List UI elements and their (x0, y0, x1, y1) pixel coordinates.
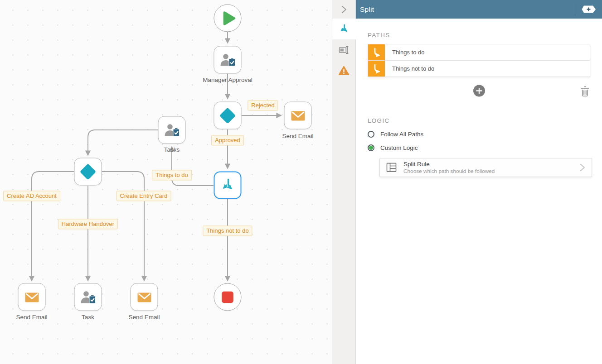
user-task-icon (218, 51, 237, 69)
delete-path-button[interactable] (580, 85, 590, 99)
workflow-canvas[interactable]: Manager Approval Send Email Ta (0, 0, 332, 364)
path-label: Things to do (392, 49, 425, 56)
rule-title: Split Rule (403, 161, 495, 168)
rule-text: Split Rule Choose which path should be f… (403, 161, 495, 174)
chevron-right-icon (579, 163, 586, 172)
path-branch-icon (368, 61, 385, 77)
plus-icon (473, 85, 485, 97)
edge-label-hardware-handover[interactable]: Hardware Handover (58, 219, 118, 229)
workflow-designer: Manager Approval Send Email Ta (0, 0, 602, 364)
node-split[interactable] (214, 172, 242, 199)
edge-label-things-not-to-do[interactable]: Things not to do (203, 225, 252, 236)
tag-plus-icon (581, 5, 597, 14)
path-label: Things not to do (392, 65, 434, 72)
rename-icon (338, 44, 350, 56)
path-actions (368, 85, 590, 97)
split-rule-table-icon (385, 161, 398, 174)
path-list: Things to do Things not to do (368, 44, 590, 77)
panel-title: Split (360, 5, 374, 14)
email-icon (135, 288, 153, 306)
paths-heading: PATHS (368, 32, 590, 38)
email-icon (23, 288, 41, 306)
radio-custom-logic[interactable]: Custom Logic (368, 144, 590, 151)
logic-heading: LOGIC (368, 117, 590, 124)
radio-circle-unselected (368, 131, 374, 138)
radio-label: Custom Logic (380, 144, 418, 151)
rule-subtitle: Choose which path should be followed (403, 168, 495, 174)
warning-icon (338, 65, 350, 77)
split-rule-card[interactable]: Split Rule Choose which path should be f… (379, 158, 592, 177)
node-start[interactable] (214, 5, 242, 32)
decision-diamond-icon (75, 158, 102, 185)
trash-icon (580, 85, 590, 97)
path-branch-icon (368, 44, 385, 60)
tab-split-settings[interactable] (332, 19, 356, 39)
radio-label: Follow All Paths (380, 131, 423, 138)
radio-circle-selected (368, 144, 374, 151)
edge-label-things-to-do[interactable]: Things to do (152, 170, 192, 180)
node-label-send-email-rejected: Send Email (282, 133, 313, 139)
panel-body: PATHS Things to do (356, 19, 602, 177)
email-icon (289, 106, 307, 125)
split-icon (338, 23, 350, 35)
panel-tab-strip (332, 0, 356, 364)
add-path-button[interactable] (473, 85, 485, 99)
edge-label-rejected[interactable]: Rejected (248, 100, 278, 110)
tab-rename[interactable] (332, 39, 355, 60)
node-send-email-ad-account[interactable] (18, 283, 46, 311)
workflow-connectors (0, 0, 332, 364)
header-divider (575, 4, 575, 15)
chevron-right-icon (339, 4, 349, 15)
node-label-send-email-ad: Send Email (16, 314, 47, 321)
node-send-email-rejected[interactable] (284, 102, 312, 129)
radio-follow-all-paths[interactable]: Follow All Paths (368, 131, 590, 138)
panel-header: Split (356, 0, 602, 19)
panel-header-actions (575, 0, 597, 19)
path-row-things-not-to-do[interactable]: Things not to do (368, 60, 590, 77)
tab-warnings[interactable] (332, 60, 355, 81)
node-label-send-email-entry: Send Email (128, 314, 160, 321)
path-row-things-to-do[interactable]: Things to do (368, 44, 590, 61)
node-send-email-entry-card[interactable] (131, 283, 158, 311)
edge-label-approved[interactable]: Approved (211, 135, 244, 145)
properties-panel: Split PATHS (356, 0, 602, 364)
collapse-panel-button[interactable] (332, 0, 355, 19)
node-decision-approval[interactable] (214, 102, 242, 129)
node-task-hardware[interactable] (74, 283, 102, 311)
split-icon (218, 176, 237, 194)
play-icon (214, 5, 241, 32)
user-task-icon (79, 288, 97, 306)
add-to-canvas-button[interactable] (581, 5, 597, 14)
node-label-task: Task (82, 314, 94, 321)
node-decision-things-to-do[interactable] (74, 158, 102, 186)
node-end[interactable] (214, 283, 242, 311)
user-task-icon (163, 121, 181, 139)
edge-label-create-ad-account[interactable]: Create AD Account (3, 191, 60, 201)
node-label-tasks: Tasks (164, 146, 180, 153)
node-manager-approval[interactable] (214, 46, 242, 74)
node-label-manager-approval: Manager Approval (203, 77, 252, 83)
decision-diamond-icon (214, 102, 241, 129)
stop-icon (214, 283, 241, 311)
edge-label-create-entry-card[interactable]: Create Entry Card (117, 191, 171, 201)
node-tasks[interactable] (158, 116, 186, 144)
